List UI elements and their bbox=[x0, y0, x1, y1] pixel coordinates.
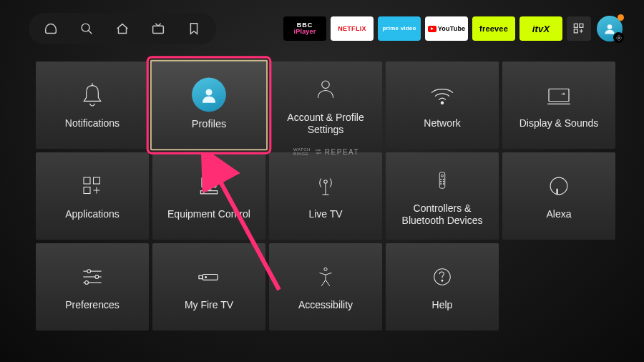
svg-point-11 bbox=[441, 102, 443, 104]
svg-point-6 bbox=[608, 24, 613, 29]
tile-label: Help bbox=[432, 299, 453, 312]
display-icon bbox=[544, 80, 574, 110]
svg-point-33 bbox=[87, 270, 91, 273]
tile-label: Profiles bbox=[192, 118, 227, 131]
tile-help[interactable]: Help bbox=[386, 243, 499, 331]
svg-point-26 bbox=[443, 179, 444, 180]
app-label: itvX bbox=[532, 24, 550, 34]
tile-equipment[interactable]: Equipment Control bbox=[152, 152, 265, 240]
svg-rect-39 bbox=[199, 276, 203, 279]
svg-point-7 bbox=[618, 36, 620, 39]
tile-alexa[interactable]: Alexa bbox=[502, 152, 615, 240]
svg-rect-14 bbox=[84, 177, 90, 184]
svg-rect-17 bbox=[202, 178, 216, 187]
youtube-play-icon bbox=[428, 26, 436, 32]
search-icon[interactable] bbox=[79, 21, 94, 36]
person-icon bbox=[313, 74, 338, 104]
app-label: YouTube bbox=[438, 26, 466, 32]
bookmark-icon[interactable] bbox=[186, 21, 202, 36]
app-tile-iplayer[interactable]: BBCiPlayer bbox=[283, 16, 326, 41]
tile-livetv[interactable]: Live TV bbox=[269, 152, 382, 240]
tile-notifications[interactable]: Notifications bbox=[36, 62, 149, 149]
watermark: WATCHBINGE REPEAT bbox=[293, 147, 359, 156]
home-icon[interactable] bbox=[43, 21, 59, 36]
tile-account[interactable]: Account & Profile Settings bbox=[269, 62, 382, 149]
tile-myfiretv[interactable]: My Fire TV bbox=[152, 243, 265, 331]
tile-display[interactable]: Display & Sounds bbox=[502, 62, 615, 149]
house-icon[interactable] bbox=[114, 21, 130, 36]
app-tile-itvx[interactable]: itvX bbox=[519, 16, 562, 41]
bell-icon bbox=[78, 80, 107, 110]
alexa-icon bbox=[545, 171, 572, 201]
tv-icon[interactable] bbox=[150, 21, 166, 36]
tile-profiles[interactable]: Profiles bbox=[150, 60, 268, 151]
svg-point-37 bbox=[85, 281, 89, 285]
svg-rect-4 bbox=[580, 24, 583, 27]
tile-accessibility[interactable]: Accessibility bbox=[269, 243, 382, 331]
app-label: NETFLIX bbox=[338, 26, 366, 32]
svg-point-20 bbox=[203, 192, 205, 193]
profile-avatar-button[interactable] bbox=[597, 16, 623, 41]
tile-label: My Fire TV bbox=[185, 299, 233, 312]
app-tile-freevee[interactable]: freevee bbox=[472, 16, 515, 41]
remote-icon bbox=[431, 165, 453, 195]
svg-rect-15 bbox=[94, 177, 100, 184]
svg-point-41 bbox=[324, 268, 327, 271]
tile-label: Network bbox=[424, 117, 460, 130]
svg-rect-5 bbox=[574, 29, 577, 33]
app-tile-youtube[interactable]: YouTube bbox=[425, 16, 468, 41]
svg-point-25 bbox=[441, 179, 441, 180]
gear-icon bbox=[613, 32, 624, 43]
tile-controllers[interactable]: Controllers & Bluetooth Devices bbox=[386, 152, 499, 240]
tile-label: Display & Sounds bbox=[519, 117, 599, 130]
app-tiles: BBCiPlayer NETFLIX prime video YouTube f… bbox=[283, 16, 562, 41]
svg-line-1 bbox=[89, 31, 92, 34]
svg-point-9 bbox=[205, 89, 212, 96]
antenna-icon bbox=[313, 171, 338, 201]
tile-label: Accessibility bbox=[298, 299, 353, 312]
help-icon bbox=[429, 262, 455, 292]
tile-label: Applications bbox=[65, 208, 119, 221]
watermark-brand: BINGE bbox=[293, 152, 311, 156]
svg-point-21 bbox=[324, 180, 328, 184]
tile-network[interactable]: Network bbox=[386, 62, 499, 149]
tile-label: Preferences bbox=[65, 299, 119, 312]
svg-point-27 bbox=[441, 181, 441, 182]
svg-point-0 bbox=[82, 24, 89, 31]
app-label: prime video bbox=[382, 26, 416, 31]
repeat-icon bbox=[315, 148, 322, 155]
svg-point-40 bbox=[205, 277, 207, 278]
tile-label: Equipment Control bbox=[167, 208, 250, 221]
top-bar: BBCiPlayer NETFLIX prime video YouTube f… bbox=[29, 13, 623, 44]
settings-grid: Notifications Profiles Account & Profile… bbox=[36, 62, 608, 331]
tile-label: Controllers & Bluetooth Devices bbox=[391, 202, 493, 228]
tile-preferences[interactable]: Preferences bbox=[36, 243, 149, 331]
firetv-stick-icon bbox=[194, 262, 224, 292]
tile-label: Notifications bbox=[65, 117, 119, 130]
nav-pill bbox=[29, 13, 216, 44]
app-tile-netflix[interactable]: NETFLIX bbox=[331, 16, 374, 41]
sliders-icon bbox=[79, 262, 106, 292]
svg-point-28 bbox=[443, 181, 444, 182]
svg-point-31 bbox=[550, 177, 567, 195]
svg-point-10 bbox=[322, 81, 330, 89]
svg-rect-12 bbox=[549, 89, 569, 102]
svg-point-43 bbox=[441, 280, 443, 282]
svg-point-30 bbox=[443, 183, 444, 184]
tile-label: Live TV bbox=[308, 208, 342, 221]
apps-grid-button[interactable] bbox=[567, 16, 591, 41]
svg-rect-2 bbox=[153, 26, 164, 33]
app-tile-prime[interactable]: prime video bbox=[378, 16, 421, 41]
svg-point-24 bbox=[441, 175, 443, 177]
notification-dot-icon bbox=[618, 14, 624, 21]
profile-avatar-icon bbox=[192, 79, 226, 111]
svg-point-29 bbox=[441, 183, 441, 184]
wifi-icon bbox=[428, 80, 457, 110]
accessibility-icon bbox=[313, 262, 338, 292]
app-label: iPlayer bbox=[294, 29, 316, 35]
equipment-icon bbox=[195, 171, 223, 201]
svg-rect-16 bbox=[84, 187, 90, 194]
tile-applications[interactable]: Applications bbox=[36, 152, 149, 240]
svg-rect-3 bbox=[574, 24, 577, 27]
watermark-text: REPEAT bbox=[325, 148, 359, 156]
